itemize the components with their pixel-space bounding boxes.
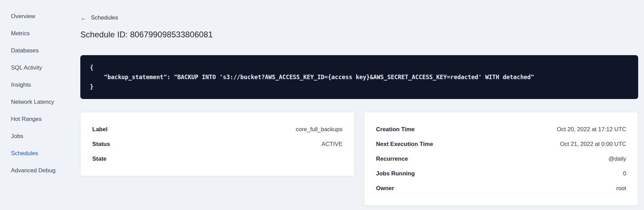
- back-arrow-icon: ←: [80, 15, 87, 21]
- schedule-timing-card: Creation Time Oct 20, 2022 at 17:12 UTC …: [364, 112, 638, 206]
- sidebar-item-hot-ranges[interactable]: Hot Ranges: [0, 111, 80, 128]
- sidebar-item-schedules[interactable]: Schedules: [0, 145, 80, 162]
- detail-value: 0: [623, 170, 626, 177]
- sidebar-item-label: SQL Activity: [11, 64, 42, 72]
- code-line: {: [90, 63, 629, 72]
- code-line: "backup_statement": "BACKUP INTO 's3://b…: [90, 72, 629, 82]
- sidebar-item-jobs[interactable]: Jobs: [0, 128, 80, 145]
- sidebar-item-label: Insights: [11, 81, 31, 89]
- detail-label: Creation Time: [376, 126, 415, 133]
- detail-value: Oct 21, 2022 at 0:00 UTC: [560, 140, 626, 148]
- schedule-definition-code: { "backup_statement": "BACKUP INTO 's3:/…: [80, 55, 638, 99]
- sidebar-nav: Overview Metrics Databases SQL Activity …: [0, 8, 80, 179]
- sidebar-item-label: Hot Ranges: [11, 115, 42, 123]
- back-link[interactable]: ← Schedules: [80, 14, 118, 22]
- code-line: }: [90, 82, 629, 91]
- detail-label: Jobs Running: [376, 170, 415, 177]
- sidebar-item-label: Overview: [11, 13, 35, 20]
- detail-label: Next Execution Time: [376, 140, 433, 148]
- detail-label: Recurrence: [376, 155, 408, 163]
- sidebar: Overview Metrics Databases SQL Activity …: [0, 0, 80, 210]
- detail-label: Owner: [376, 185, 394, 192]
- main-content: ← Schedules Schedule ID: 806799098533806…: [80, 0, 638, 206]
- detail-value: root: [616, 185, 626, 192]
- detail-row: Creation Time Oct 20, 2022 at 17:12 UTC: [376, 122, 626, 137]
- sidebar-item-sql-activity[interactable]: SQL Activity: [0, 59, 80, 76]
- detail-value: ACTIVE: [322, 140, 343, 148]
- detail-row: Label core_full_backups: [92, 122, 343, 137]
- back-link-label: Schedules: [91, 14, 118, 22]
- sidebar-item-overview[interactable]: Overview: [0, 8, 80, 25]
- sidebar-item-label: Advanced Debug: [11, 167, 55, 174]
- detail-row: Recurrence @daily: [376, 151, 626, 166]
- sidebar-item-label: Metrics: [11, 30, 30, 37]
- detail-cards: Label core_full_backups Status ACTIVE St…: [80, 112, 638, 206]
- sidebar-item-advanced-debug[interactable]: Advanced Debug: [0, 162, 80, 179]
- detail-value: @daily: [608, 155, 626, 163]
- sidebar-item-label: Schedules: [11, 150, 38, 157]
- sidebar-item-network-latency[interactable]: Network Latency: [0, 94, 80, 111]
- detail-row: State: [92, 151, 343, 166]
- detail-value: core_full_backups: [296, 126, 343, 133]
- detail-value: Oct 20, 2022 at 17:12 UTC: [557, 126, 626, 133]
- detail-label: Label: [92, 126, 107, 133]
- detail-row: Jobs Running 0: [376, 166, 626, 181]
- detail-label: Status: [92, 140, 110, 148]
- sidebar-item-insights[interactable]: Insights: [0, 76, 80, 94]
- sidebar-item-label: Jobs: [11, 133, 23, 140]
- schedule-summary-card: Label core_full_backups Status ACTIVE St…: [80, 112, 354, 176]
- detail-row: Next Execution Time Oct 21, 2022 at 0:00…: [376, 137, 626, 151]
- sidebar-item-label: Network Latency: [11, 98, 54, 106]
- sidebar-item-metrics[interactable]: Metrics: [0, 25, 80, 42]
- detail-row: Owner root: [376, 181, 626, 196]
- detail-label: State: [92, 155, 107, 163]
- sidebar-item-databases[interactable]: Databases: [0, 42, 80, 59]
- detail-row: Status ACTIVE: [92, 137, 343, 151]
- sidebar-item-label: Databases: [11, 47, 39, 54]
- page-title: Schedule ID: 806799098533806081: [80, 29, 638, 40]
